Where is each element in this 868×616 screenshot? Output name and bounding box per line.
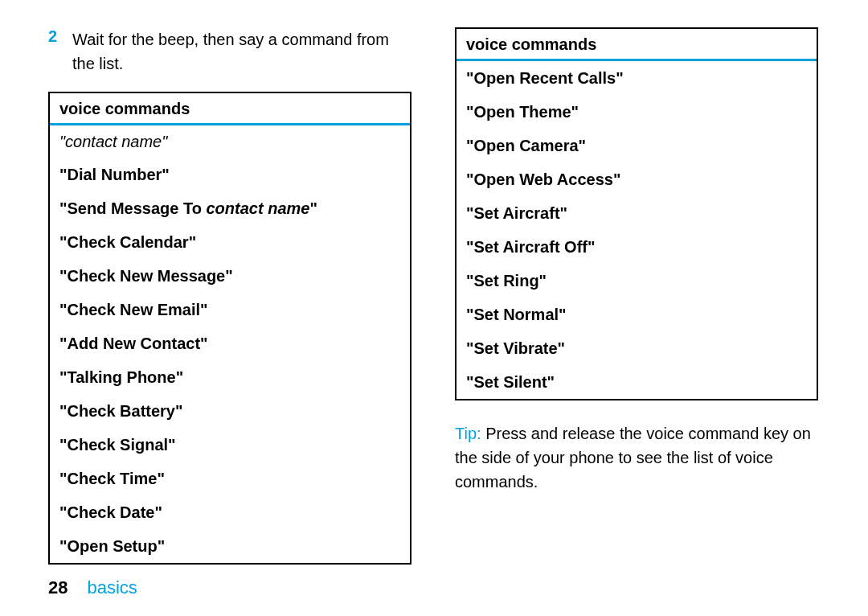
voice-commands-box-right: voice commands "Open Recent Calls""Open … bbox=[455, 27, 818, 400]
voice-command-item: "Check Date" bbox=[50, 495, 410, 529]
voice-command-item: "Talking Phone" bbox=[50, 360, 410, 394]
voice-command-item: "Set Aircraft" bbox=[457, 196, 817, 230]
page-number: 28 bbox=[48, 577, 68, 598]
voice-commands-list-left: "contact name""Dial Number""Send Message… bbox=[50, 125, 410, 563]
step-text: Wait for the beep, then say a command fr… bbox=[72, 27, 411, 76]
tip-label: Tip: bbox=[455, 425, 481, 442]
voice-command-item: "Check Time" bbox=[50, 462, 410, 495]
tip-paragraph: Tip: Press and release the voice command… bbox=[455, 421, 818, 494]
voice-command-item: "Open Camera" bbox=[457, 129, 817, 162]
voice-command-item: "Set Aircraft Off" bbox=[457, 230, 817, 264]
voice-command-item: "Add New Contact" bbox=[50, 326, 410, 360]
voice-command-item: "Check New Email" bbox=[50, 293, 410, 326]
voice-command-item: "Open Recent Calls" bbox=[457, 61, 817, 95]
step-number: 2 bbox=[48, 27, 72, 46]
left-column: 2 Wait for the beep, then say a command … bbox=[48, 27, 411, 565]
voice-command-item: "Send Message To contact name" bbox=[50, 191, 410, 225]
voice-commands-header: voice commands bbox=[457, 29, 817, 61]
voice-command-item: "Dial Number" bbox=[50, 158, 410, 191]
voice-commands-box-left: voice commands "contact name""Dial Numbe… bbox=[48, 92, 411, 565]
voice-command-item: "Set Normal" bbox=[457, 298, 817, 331]
right-column: voice commands "Open Recent Calls""Open … bbox=[455, 27, 818, 565]
step-2: 2 Wait for the beep, then say a command … bbox=[48, 27, 411, 76]
voice-command-item: "Set Silent" bbox=[457, 365, 817, 399]
voice-command-item: "Open Web Access" bbox=[457, 162, 817, 196]
section-title: basics bbox=[87, 577, 137, 598]
page-content: 2 Wait for the beep, then say a command … bbox=[0, 0, 868, 565]
voice-commands-header: voice commands bbox=[50, 93, 410, 125]
voice-command-item: "Open Theme" bbox=[457, 95, 817, 129]
voice-command-item: "Set Ring" bbox=[457, 264, 817, 298]
page-footer: 28basics bbox=[48, 577, 137, 598]
voice-command-item: "Check Battery" bbox=[50, 394, 410, 428]
voice-commands-list-right: "Open Recent Calls""Open Theme""Open Cam… bbox=[457, 61, 817, 399]
voice-command-item: "Check Signal" bbox=[50, 428, 410, 462]
voice-command-item: "Open Setup" bbox=[50, 529, 410, 563]
voice-command-item: "Set Vibrate" bbox=[457, 331, 817, 365]
tip-text: Press and release the voice command key … bbox=[455, 425, 811, 491]
voice-command-item: "Check New Message" bbox=[50, 259, 410, 293]
voice-command-item: "contact name" bbox=[50, 125, 410, 158]
voice-command-item: "Check Calendar" bbox=[50, 225, 410, 259]
